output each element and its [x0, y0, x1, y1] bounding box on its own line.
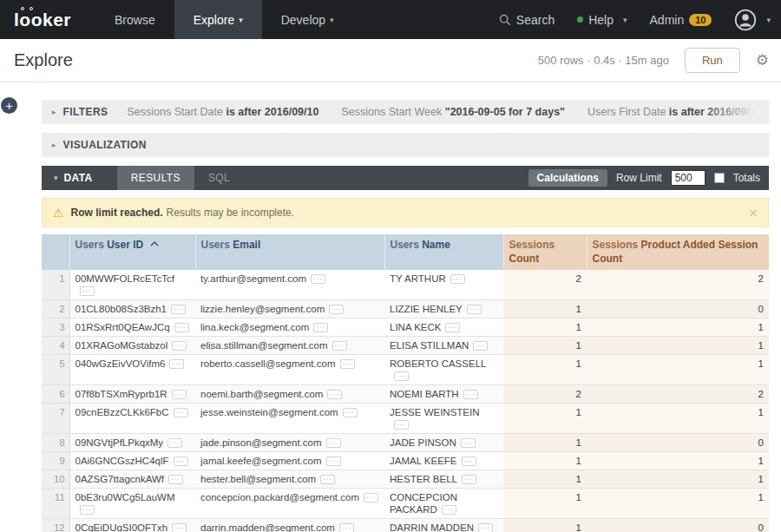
cell-menu-icon[interactable]: ··· — [343, 408, 358, 417]
user-id-cell[interactable]: 0bE3ru0WCg5LauWM··· — [69, 489, 195, 519]
cell-menu-icon[interactable]: ··· — [478, 523, 493, 532]
cell-menu-icon[interactable]: ··· — [168, 475, 183, 484]
column-header-sessions-count[interactable]: Sessions Count — [503, 234, 587, 270]
calculations-button[interactable]: Calculations — [528, 169, 607, 187]
user-id-cell[interactable]: 01RSxRrt0QEAwJCq··· — [69, 319, 195, 337]
name-cell[interactable]: JAMAL KEEFE··· — [384, 452, 503, 470]
cell-menu-icon[interactable]: ··· — [445, 323, 460, 332]
product-added-count-cell[interactable]: 1 — [587, 337, 769, 355]
product-added-count-cell[interactable]: 0 — [587, 434, 769, 452]
cell-menu-icon[interactable]: ··· — [80, 505, 95, 515]
name-cell[interactable]: HESTER BELL··· — [384, 470, 503, 489]
filters-panel-label[interactable]: FILTERS — [63, 106, 108, 118]
cell-menu-icon[interactable]: ··· — [462, 456, 476, 466]
search-button[interactable]: Search — [499, 13, 555, 27]
cell-menu-icon[interactable]: ··· — [473, 341, 488, 351]
gear-icon[interactable]: ⚙ — [756, 51, 769, 69]
email-cell[interactable]: concepcion.packard@segment.com··· — [195, 489, 384, 519]
count-cell[interactable]: 2 — [503, 385, 587, 404]
cell-menu-icon[interactable]: ··· — [463, 390, 478, 399]
chevron-right-icon[interactable]: ▸ — [52, 108, 56, 116]
run-button[interactable]: Run — [685, 48, 740, 73]
filter-item[interactable]: Sessions Start Week "2016-09-05 for 7 da… — [341, 106, 565, 118]
cell-menu-icon[interactable]: ··· — [450, 274, 465, 284]
cell-menu-icon[interactable]: ··· — [467, 305, 482, 314]
cell-menu-icon[interactable]: ··· — [326, 438, 341, 448]
nav-item-browse[interactable]: Browse — [95, 0, 174, 39]
cell-menu-icon[interactable]: ··· — [169, 359, 184, 369]
product-added-count-cell[interactable]: 1 — [587, 470, 769, 489]
count-cell[interactable]: 1 — [503, 434, 587, 452]
product-added-count-cell[interactable]: 0 — [587, 300, 769, 319]
name-cell[interactable]: JESSE WEINSTEIN··· — [384, 404, 503, 434]
product-added-count-cell[interactable]: 0 — [587, 519, 769, 532]
column-header-users-email[interactable]: Users Email — [195, 234, 384, 270]
name-cell[interactable]: ROBERTO CASSELL··· — [384, 355, 503, 385]
count-cell[interactable]: 2 — [503, 270, 587, 300]
cell-menu-icon[interactable]: ··· — [174, 323, 189, 332]
name-cell[interactable]: CONCEPCION PACKARD··· — [384, 489, 503, 519]
product-added-count-cell[interactable]: 1 — [587, 452, 769, 470]
cell-menu-icon[interactable]: ··· — [462, 475, 476, 484]
cell-menu-icon[interactable]: ··· — [339, 523, 354, 532]
nav-item-explore[interactable]: Explore ▾ — [174, 0, 262, 39]
email-cell[interactable]: hester.bell@segment.com··· — [195, 470, 384, 489]
cell-menu-icon[interactable]: ··· — [311, 274, 325, 284]
tab-sql[interactable]: SQL — [194, 166, 244, 190]
cell-menu-icon[interactable]: ··· — [327, 390, 342, 399]
count-cell[interactable]: 1 — [503, 489, 587, 519]
cell-menu-icon[interactable]: ··· — [326, 456, 341, 466]
cell-menu-icon[interactable]: ··· — [320, 475, 335, 484]
cell-menu-icon[interactable]: ··· — [442, 505, 456, 515]
product-added-count-cell[interactable]: 1 — [587, 489, 769, 519]
cell-menu-icon[interactable]: ··· — [332, 341, 347, 351]
product-added-count-cell[interactable]: 2 — [587, 270, 769, 300]
column-header-sessions-product-added-session-count[interactable]: Sessions Product Added Session Count — [587, 234, 769, 270]
cell-menu-icon[interactable]: ··· — [364, 493, 378, 502]
product-added-count-cell[interactable]: 2 — [587, 385, 769, 404]
cell-menu-icon[interactable]: ··· — [394, 420, 409, 430]
count-cell[interactable]: 1 — [503, 519, 587, 532]
count-cell[interactable]: 1 — [503, 337, 587, 355]
email-cell[interactable]: roberto.cassell@segment.com··· — [195, 355, 384, 385]
user-id-cell[interactable]: 09NGVtjPfLPkqxMy··· — [69, 434, 195, 452]
user-id-cell[interactable]: 01CL80b08Sz3Bzh1··· — [69, 300, 195, 319]
user-id-cell[interactable]: 07f8bTSXmRyprb1R··· — [69, 385, 195, 404]
data-panel-toggle[interactable]: ▾ DATA — [42, 172, 105, 184]
email-cell[interactable]: jesse.weinstein@segment.com··· — [195, 404, 384, 434]
filter-item[interactable]: Sessions Start Date is after 2016/09/10 — [127, 106, 318, 118]
cell-menu-icon[interactable]: ··· — [167, 438, 182, 448]
user-id-cell[interactable]: 0CqEiDUgSI0OFTxh··· — [69, 519, 195, 532]
user-menu[interactable]: ▾ — [734, 9, 771, 31]
totals-checkbox[interactable] — [714, 173, 725, 183]
cell-menu-icon[interactable]: ··· — [461, 438, 476, 448]
chevron-right-icon[interactable]: ▸ — [52, 141, 56, 149]
product-added-count-cell[interactable]: 1 — [587, 404, 769, 434]
cell-menu-icon[interactable]: ··· — [80, 286, 95, 296]
user-id-cell[interactable]: 00MWWFOLRcETcTcf··· — [69, 270, 195, 300]
close-icon[interactable]: × — [749, 206, 758, 220]
visualization-panel-label[interactable]: VISUALIZATION — [63, 139, 147, 151]
email-cell[interactable]: darrin.madden@segment.com··· — [195, 519, 384, 532]
count-cell[interactable]: 1 — [503, 404, 587, 434]
user-id-cell[interactable]: 040wGzEivVOVifm6··· — [69, 355, 195, 385]
email-cell[interactable]: ty.arthur@segment.com··· — [195, 270, 384, 300]
email-cell[interactable]: lizzie.henley@segment.com··· — [195, 300, 384, 319]
nav-item-develop[interactable]: Develop ▾ — [262, 0, 353, 39]
user-id-cell[interactable]: 0AZSG7ttagcnkAWf··· — [69, 470, 195, 489]
email-cell[interactable]: jamal.keefe@segment.com··· — [195, 452, 384, 470]
user-id-cell[interactable]: 09cnEBzzCLKk6FbC··· — [69, 404, 195, 434]
name-cell[interactable]: ELISA STILLMAN··· — [384, 337, 503, 355]
name-cell[interactable]: JADE PINSON··· — [384, 434, 503, 452]
cell-menu-icon[interactable]: ··· — [171, 305, 186, 314]
user-id-cell[interactable]: 01XRAGoMGstabzol··· — [69, 337, 195, 355]
filter-item[interactable]: Users First Date is after 2016/09/10 — [587, 106, 758, 118]
email-cell[interactable]: lina.keck@segment.com··· — [195, 319, 384, 337]
product-added-count-cell[interactable]: 1 — [587, 319, 769, 337]
name-cell[interactable]: NOEMI BARTH··· — [384, 385, 503, 404]
help-menu[interactable]: Help ▾ — [577, 13, 627, 27]
product-added-count-cell[interactable]: 1 — [587, 355, 769, 385]
count-cell[interactable]: 1 — [503, 319, 587, 337]
name-cell[interactable]: LINA KECK··· — [384, 319, 503, 337]
column-header-users-user-id[interactable]: Users User ID — [69, 234, 195, 270]
